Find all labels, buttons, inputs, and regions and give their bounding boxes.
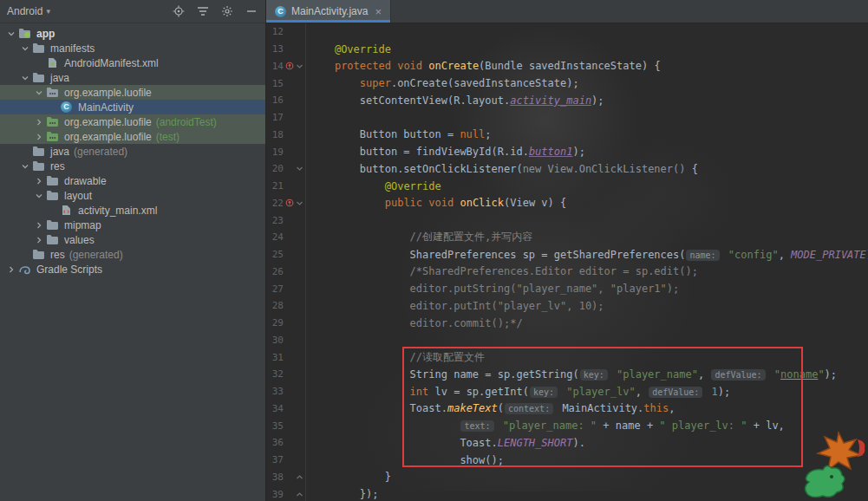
gutter-line-29[interactable]: 29 (266, 315, 306, 332)
gutter-line-28[interactable]: 28 (266, 297, 306, 315)
chevron-down-icon[interactable] (33, 192, 45, 200)
tree-item-app[interactable]: app (0, 26, 265, 41)
gutter-line-31[interactable]: 31 (266, 348, 306, 366)
code-line-19[interactable]: 19 button = findViewById(R.id.button1); (266, 143, 868, 160)
tab-mainactivity-java[interactable]: C MainActivity.java × (266, 0, 391, 23)
tree-item-drawable[interactable]: drawable (0, 173, 265, 188)
chevron-right-icon[interactable] (33, 177, 45, 185)
tree-item-layout[interactable]: layout (0, 188, 265, 203)
override-method-icon[interactable] (284, 62, 295, 70)
code-line-20[interactable]: 20 button.setOnClickListener(new View.On… (266, 160, 868, 178)
tree-item-mainactivity[interactable]: CMainActivity (0, 100, 265, 114)
code-line-23[interactable]: 23 (266, 211, 868, 229)
editor-body[interactable]: 1213 @Override14 protected void onCreate… (266, 23, 868, 501)
gutter-line-27[interactable]: 27 (266, 280, 306, 297)
gutter-line-15[interactable]: 15 (266, 75, 306, 92)
locate-icon[interactable] (172, 4, 186, 18)
gutter-line-19[interactable]: 19 (266, 143, 306, 160)
code-line-26[interactable]: 26 /*SharedPreferences.Editor editor = s… (266, 264, 868, 281)
override-method-icon[interactable] (284, 198, 295, 207)
code-line-27[interactable]: 27 editor.putString("player_name", "play… (266, 280, 868, 297)
fold-down-icon[interactable] (295, 199, 304, 207)
gutter-line-12[interactable]: 12 (266, 23, 306, 41)
tree-item-mipmap[interactable]: mipmap (0, 218, 265, 232)
filter-icon[interactable] (196, 4, 210, 18)
code-line-39[interactable]: 39 }); (266, 485, 868, 501)
tree-item-java-generated[interactable]: java(generated) (0, 144, 265, 159)
chevron-right-icon[interactable] (33, 133, 45, 141)
code-line-31[interactable]: 31 //读取配置文件 (266, 348, 868, 366)
code-line-17[interactable]: 17 (266, 109, 868, 127)
chevron-right-icon[interactable] (33, 118, 45, 127)
gutter-line-35[interactable]: 35 (266, 417, 306, 434)
tree-item-manifests[interactable]: manifests (0, 41, 265, 55)
code-line-22[interactable]: 22 public void onClick(View v) { (266, 195, 868, 212)
code-line-14[interactable]: 14 protected void onCreate(Bundle savedI… (266, 58, 868, 75)
code-line-37[interactable]: 37 show(); (266, 452, 868, 469)
code-line-15[interactable]: 15 super.onCreate(savedInstanceState); (266, 75, 868, 92)
tree-item-java[interactable]: java (0, 70, 265, 85)
gutter-line-39[interactable]: 39 (266, 485, 306, 501)
chevron-down-icon[interactable] (5, 29, 17, 38)
tree-item-res[interactable]: res (0, 159, 265, 173)
gutter-line-21[interactable]: 21 (266, 178, 306, 195)
gutter-line-38[interactable]: 38 (266, 469, 306, 486)
code-line-18[interactable]: 18 Button button = null; (266, 127, 868, 144)
gutter-line-34[interactable]: 34 (266, 400, 306, 418)
code-line-13[interactable]: 13 @Override (266, 41, 868, 58)
tree-item-package-androidtest[interactable]: org.example.luofile(androidTest) (0, 114, 265, 129)
chevron-down-icon[interactable] (33, 88, 45, 97)
gutter-line-16[interactable]: 16 (266, 92, 306, 109)
gutter-line-37[interactable]: 37 (266, 452, 306, 469)
chevron-right-icon[interactable] (33, 236, 45, 244)
tree-item-package-test[interactable]: org.example.luofile(test) (0, 129, 265, 144)
chevron-down-icon[interactable] (19, 74, 31, 82)
fold-down-icon[interactable] (295, 165, 304, 172)
code-line-16[interactable]: 16 setContentView(R.layout.activity_main… (266, 92, 868, 109)
chevron-right-icon[interactable] (33, 221, 45, 230)
chevron-down-icon[interactable] (19, 44, 31, 53)
chevron-right-icon[interactable] (5, 265, 17, 274)
gutter-line-30[interactable]: 30 (266, 332, 306, 349)
code-line-30[interactable]: 30 (266, 332, 868, 349)
gutter-line-25[interactable]: 25 (266, 246, 306, 264)
code-line-28[interactable]: 28 editor.putInt("player_lv", 10); (266, 297, 868, 315)
chevron-down-icon[interactable] (19, 162, 31, 171)
code-line-38[interactable]: 38 } (266, 469, 868, 486)
gutter-line-17[interactable]: 17 (266, 109, 306, 127)
tree-item-res-generated[interactable]: res(generated) (0, 247, 265, 262)
gutter-line-22[interactable]: 22 (266, 195, 306, 212)
gutter-line-32[interactable]: 32 (266, 366, 306, 383)
code-line-12[interactable]: 12 (266, 23, 868, 41)
tree-item-gradle-scripts[interactable]: Gradle Scripts (0, 262, 265, 277)
gutter-line-36[interactable]: 36 (266, 434, 306, 452)
code-line-24[interactable]: 24 //创建配置文件,并写内容 (266, 229, 868, 246)
gutter-line-24[interactable]: 24 (266, 229, 306, 246)
code-line-33[interactable]: 33 int lv = sp.getInt(key: "player_lv", … (266, 383, 868, 400)
gutter-line-18[interactable]: 18 (266, 127, 306, 144)
gutter-line-26[interactable]: 26 (266, 264, 306, 281)
fold-down-icon[interactable] (295, 62, 304, 70)
gutter-line-33[interactable]: 33 (266, 383, 306, 400)
hide-panel-icon[interactable] (245, 4, 258, 18)
gutter-line-13[interactable]: 13 (266, 41, 306, 58)
tree-item-values[interactable]: values (0, 232, 265, 247)
tree-item-androidmanifest-xml[interactable]: AndroidManifest.xml (0, 55, 265, 70)
code-line-32[interactable]: 32 String name = sp.getString(key: "play… (266, 366, 868, 383)
code-editor[interactable]: 1213 @Override14 protected void onCreate… (266, 23, 868, 501)
code-line-21[interactable]: 21 @Override (266, 178, 868, 195)
tree-item-activity-main-xml[interactable]: activity_main.xml (0, 203, 265, 218)
project-view-selector[interactable]: Android ▾ (7, 5, 50, 17)
fold-up-icon[interactable] (295, 491, 304, 498)
gutter-line-14[interactable]: 14 (266, 58, 306, 75)
code-line-34[interactable]: 34 Toast.makeText(context: MainActivity.… (266, 400, 868, 418)
gutter-line-23[interactable]: 23 (266, 211, 306, 229)
gutter-line-20[interactable]: 20 (266, 160, 306, 178)
code-line-29[interactable]: 29 editor.commit();*/ (266, 315, 868, 332)
settings-gear-icon[interactable] (220, 4, 234, 18)
code-line-25[interactable]: 25 SharedPreferences sp = getSharedPrefe… (266, 246, 868, 264)
close-tab-icon[interactable]: × (375, 5, 382, 18)
code-line-36[interactable]: 36 Toast.LENGTH_SHORT). (266, 434, 868, 452)
tree-item-package-main[interactable]: org.example.luofile (0, 85, 265, 100)
fold-up-icon[interactable] (295, 473, 304, 481)
